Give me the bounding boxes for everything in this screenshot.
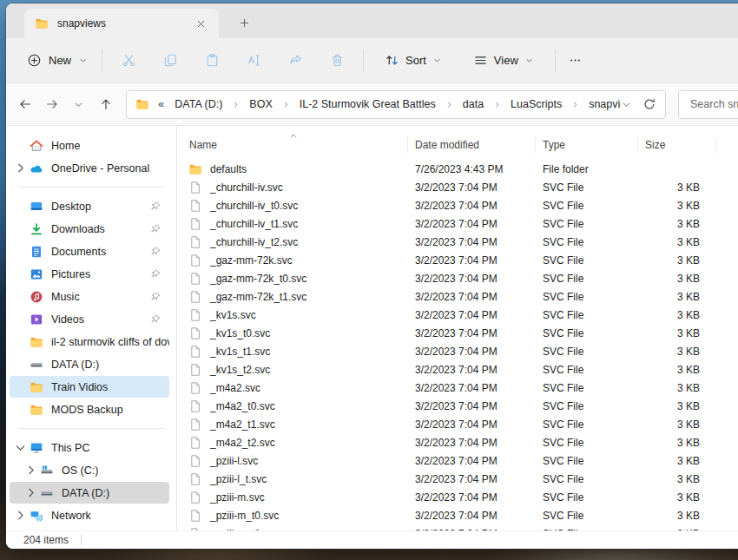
chevron-slot (13, 244, 28, 259)
file-row[interactable]: _pziii-m_t0.svc3/2/2023 7:04 PMSVC File3… (177, 506, 738, 524)
breadcrumb-item[interactable]: IL-2 Sturmovik Great Battles (296, 96, 439, 113)
file-row[interactable]: _kv1s.svc3/2/2023 7:04 PMSVC File3 KB (177, 306, 738, 324)
sidebar-item-documents[interactable]: Documents (10, 240, 169, 262)
sidebar-item-data-d[interactable]: DATA (D:) (10, 353, 169, 375)
file-type: File folder (536, 163, 638, 175)
sidebar-item-train-vidios[interactable]: Train Vidios (10, 376, 169, 398)
tab-close-icon[interactable] (191, 14, 210, 33)
breadcrumb-overflow-indicator[interactable]: « (158, 97, 164, 110)
documents-icon (30, 245, 43, 259)
sidebar-item-label: DATA (D:) (62, 487, 109, 499)
search-box[interactable] (678, 90, 738, 119)
file-type: SVC File (536, 218, 638, 230)
file-row[interactable]: _churchill-iv.svc3/2/2023 7:04 PMSVC Fil… (177, 178, 738, 196)
file-row[interactable]: _pziii-l.svc3/2/2023 7:04 PMSVC File3 KB (177, 451, 738, 470)
sidebar-item-il-2-sturmovik-cliffs-of-dove[interactable]: il-2 sturmovik cliffs of dove (10, 331, 169, 352)
file-row[interactable]: _kv1s_t1.svc3/2/2023 7:04 PMSVC File3 KB (177, 342, 738, 360)
main-content: HomeOneDrive - PersonalDesktopDownloadsD… (6, 126, 738, 530)
file-row[interactable]: _m4a2.svc3/2/2023 7:04 PMSVC File3 KB (177, 379, 738, 397)
sidebar-item-home[interactable]: Home (10, 135, 169, 156)
tab-title: snapviews (57, 17, 191, 30)
tab-snapviews[interactable]: snapviews (24, 9, 219, 38)
file-row[interactable]: _churchill-iv_t1.svc3/2/2023 7:04 PMSVC … (177, 214, 738, 233)
file-row[interactable]: _m4a2_t2.svc3/2/2023 7:04 PMSVC File3 KB (177, 433, 738, 451)
sidebar-item-label: Downloads (51, 223, 105, 235)
sort-button[interactable]: Sort (381, 48, 445, 73)
file-row[interactable]: _gaz-mm-72k.svc3/2/2023 7:04 PMSVC File3… (177, 251, 738, 269)
search-input[interactable] (689, 97, 738, 111)
pin-icon (150, 223, 161, 234)
file-row[interactable]: _gaz-mm-72k_t1.svc3/2/2023 7:04 PMSVC Fi… (177, 287, 738, 306)
column-header-type[interactable]: Type (536, 137, 638, 153)
file-type: SVC File (536, 346, 638, 358)
pin-icon (150, 291, 161, 302)
breadcrumb-item[interactable]: LuaScripts (507, 96, 565, 113)
file-row[interactable]: _pziii-m_t1.svc3/2/2023 7:04 PMSVC File3… (177, 524, 738, 530)
recent-locations-button[interactable] (65, 91, 92, 118)
file-row[interactable]: _kv1s_t0.svc3/2/2023 7:04 PMSVC File3 KB (177, 324, 738, 342)
address-bar[interactable]: « DATA (D:)BOXIL-2 Sturmovik Great Battl… (126, 90, 666, 119)
sidebar-item-onedrive-personal[interactable]: OneDrive - Personal (10, 157, 169, 179)
new-tab-button[interactable] (233, 11, 255, 34)
chevron-right-icon[interactable] (23, 485, 38, 500)
breadcrumb-item[interactable]: snapviews (585, 96, 621, 113)
forward-button[interactable] (38, 91, 65, 118)
sidebar-item-data-d[interactable]: DATA (D:) (10, 482, 169, 504)
copy-button[interactable] (149, 46, 191, 76)
delete-button[interactable] (316, 46, 358, 76)
address-dropdown-icon[interactable] (621, 99, 632, 110)
file-row[interactable]: _pziii-m.svc3/2/2023 7:04 PMSVC File3 KB (177, 488, 738, 506)
navigation-pane: HomeOneDrive - PersonalDesktopDownloadsD… (6, 126, 177, 530)
view-lines-icon (473, 53, 488, 68)
breadcrumb-item[interactable]: data (459, 96, 487, 113)
sidebar-item-label: Music (51, 291, 80, 303)
more-options-button[interactable] (561, 46, 590, 76)
column-header-size[interactable]: Size (638, 137, 716, 153)
share-button[interactable] (274, 46, 316, 76)
back-button[interactable] (11, 91, 38, 118)
view-button[interactable]: View (470, 48, 537, 73)
sidebar-item-this-pc[interactable]: This PC (10, 437, 169, 458)
file-size: 3 KB (638, 437, 716, 449)
sidebar-item-downloads[interactable]: Downloads (10, 218, 169, 240)
column-header-date-modified[interactable]: Date modified (408, 137, 536, 153)
chevron-right-icon[interactable] (23, 463, 38, 478)
sidebar-item-label: Network (51, 510, 91, 522)
file-list: Name Date modified Type Size defaults7/2… (177, 126, 738, 530)
sidebar-item-desktop[interactable]: Desktop (10, 195, 169, 217)
file-row[interactable]: _m4a2_t1.svc3/2/2023 7:04 PMSVC File3 KB (177, 415, 738, 433)
file-icon (188, 491, 202, 504)
sidebar-item-mods-backup[interactable]: MODS Backup (10, 399, 169, 420)
file-row[interactable]: _churchill-iv_t0.svc3/2/2023 7:04 PMSVC … (177, 196, 738, 214)
sort-ascending-caret-icon (288, 131, 299, 140)
new-button[interactable]: New (18, 48, 96, 73)
chevron-right-icon[interactable] (13, 508, 28, 523)
breadcrumb-item[interactable]: BOX (246, 96, 275, 113)
file-row[interactable]: _churchill-iv_t2.svc3/2/2023 7:04 PMSVC … (177, 233, 738, 251)
up-button[interactable] (92, 91, 119, 118)
sidebar-item-os-c[interactable]: OS (C:) (10, 459, 169, 481)
file-row[interactable]: _gaz-mm-72k_t0.svc3/2/2023 7:04 PMSVC Fi… (177, 269, 738, 287)
file-row[interactable]: defaults7/26/2023 4:43 PMFile folder (177, 160, 738, 178)
clipboard-icon (205, 53, 220, 68)
file-row[interactable]: _pziii-l_t.svc3/2/2023 7:04 PMSVC File3 … (177, 470, 738, 488)
cut-button[interactable] (108, 46, 149, 76)
chevron-slot (13, 379, 28, 394)
breadcrumb-item[interactable]: DATA (D:) (171, 96, 226, 113)
chevron-right-icon[interactable] (13, 161, 28, 175)
sidebar-item-network[interactable]: Network (10, 504, 169, 526)
file-name: _churchill-iv_t1.svc (210, 218, 298, 230)
address-bar-row: « DATA (D:)BOXIL-2 Sturmovik Great Battl… (6, 83, 738, 126)
rename-icon (247, 53, 261, 68)
file-row[interactable]: _m4a2_t0.svc3/2/2023 7:04 PMSVC File3 KB (177, 397, 738, 415)
file-name: _m4a2_t0.svc (210, 400, 275, 412)
file-name: defaults (210, 163, 247, 175)
file-row[interactable]: _kv1s_t2.svc3/2/2023 7:04 PMSVC File3 KB (177, 360, 738, 379)
refresh-icon[interactable] (642, 97, 656, 111)
sidebar-item-music[interactable]: Music (10, 286, 169, 307)
rename-button[interactable] (233, 46, 274, 76)
paste-button[interactable] (191, 46, 233, 76)
sidebar-item-pictures[interactable]: Pictures (10, 263, 169, 285)
sidebar-item-videos[interactable]: Videos (10, 308, 169, 330)
chevron-down-icon[interactable] (13, 440, 28, 455)
